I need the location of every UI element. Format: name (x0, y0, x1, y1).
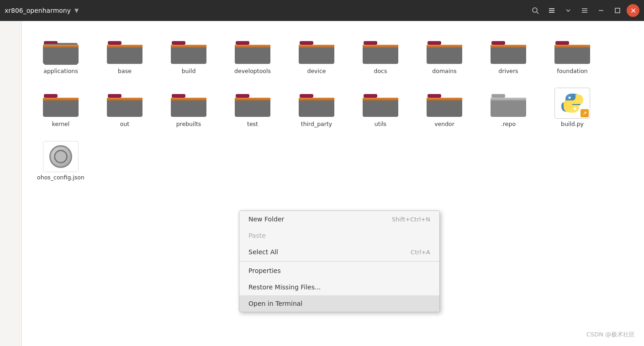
titlebar-dropdown-icon[interactable]: ▼ (74, 7, 79, 14)
folder-icon-third-party (298, 87, 335, 119)
svg-rect-2 (549, 8, 554, 9)
folder-item-drivers[interactable]: drivers (479, 30, 538, 79)
folder-item-third-party[interactable]: third_party (287, 83, 346, 131)
python-icon-wrap: ↗ (554, 88, 590, 119)
folder-label-base: base (118, 68, 132, 75)
maximize-icon (614, 7, 621, 14)
folder-svg-domains (427, 35, 462, 66)
svg-rect-47 (554, 45, 590, 46)
folder-item-utils[interactable]: utils (351, 83, 410, 131)
context-menu-label-select-all: Select All (248, 248, 278, 256)
folder-svg (43, 35, 79, 66)
menu-button[interactable] (577, 3, 592, 18)
folder-label-applications: applications (43, 68, 78, 75)
context-menu-label-restore: Restore Missing Files... (248, 283, 321, 291)
svg-rect-79 (491, 98, 526, 99)
titlebar-title: xr806_openharmony (5, 7, 71, 14)
svg-rect-59 (171, 98, 206, 99)
svg-rect-40 (491, 41, 505, 45)
folder-svg-test (235, 88, 270, 119)
folder-label-out: out (120, 121, 129, 128)
json-file-icon (43, 141, 79, 172)
folder-item-ohos-config[interactable]: ohos_config.json (31, 136, 90, 185)
search-button[interactable] (528, 3, 543, 18)
folder-svg-base (107, 35, 143, 66)
folder-icon-base (106, 34, 143, 66)
svg-rect-71 (363, 98, 398, 99)
close-button[interactable]: ✕ (627, 4, 639, 17)
svg-rect-23 (171, 45, 206, 46)
view-dropdown-button[interactable] (561, 3, 575, 18)
context-menu-item-new-folder[interactable]: New Folder Shift+Ctrl+N (239, 211, 439, 227)
folder-item-kernel[interactable]: kernel (31, 83, 90, 131)
svg-rect-53 (107, 98, 143, 117)
context-menu-item-open-terminal[interactable]: Open in Terminal (239, 295, 439, 312)
folder-svg-kernel (43, 88, 79, 119)
svg-rect-76 (491, 94, 505, 98)
folder-item-foundation[interactable]: foundation (543, 30, 602, 79)
svg-rect-44 (555, 41, 569, 45)
folder-label-drivers: drivers (498, 68, 518, 75)
folder-icon-device (298, 34, 335, 66)
folder-item-vendor[interactable]: vendor (415, 83, 474, 131)
folder-item-repo[interactable]: .repo (479, 83, 538, 131)
folder-item-developtools[interactable]: developtools (223, 30, 282, 79)
svg-rect-33 (363, 45, 398, 64)
folder-item-prebuilts[interactable]: prebuilts (159, 83, 218, 131)
folder-item-test[interactable]: test (223, 83, 282, 131)
folder-svg-foundation (554, 35, 590, 66)
folder-svg-device (299, 35, 334, 66)
folder-item-domains[interactable]: domains (415, 30, 474, 79)
folder-icon-utils (362, 87, 399, 119)
folder-item-docs[interactable]: docs (351, 30, 410, 79)
folder-item-build[interactable]: build (159, 30, 218, 79)
folder-item-build-py[interactable]: ↗ build.py (543, 83, 602, 131)
chevron-down-icon (565, 8, 571, 13)
svg-rect-27 (235, 45, 270, 46)
svg-rect-25 (235, 45, 270, 64)
folder-label-device: device (307, 68, 326, 75)
list-view-button[interactable] (544, 3, 559, 18)
svg-rect-68 (364, 94, 377, 98)
svg-rect-31 (299, 45, 334, 46)
context-menu-item-select-all[interactable]: Select All Ctrl+A (239, 244, 439, 260)
folder-icon-build (170, 34, 207, 66)
context-menu-item-properties[interactable]: Properties (239, 262, 439, 279)
svg-rect-75 (427, 98, 462, 99)
svg-point-81 (574, 108, 576, 110)
minimize-button[interactable] (594, 3, 608, 18)
json-circle (49, 145, 72, 168)
folder-icon-drivers (490, 34, 527, 66)
svg-rect-19 (107, 45, 143, 46)
context-menu-item-restore[interactable]: Restore Missing Files... (239, 279, 439, 295)
file-icon-build-py: ↗ (554, 87, 591, 119)
folder-svg-repo (491, 88, 526, 119)
folder-svg-developtools (235, 35, 270, 66)
list-view-icon (548, 7, 555, 14)
folder-icon-prebuilts (170, 87, 207, 119)
context-menu-separator-1 (239, 261, 439, 262)
folder-item-base[interactable]: base (95, 30, 154, 79)
folder-label-domains: domains (432, 68, 456, 75)
svg-rect-15 (43, 45, 79, 46)
folder-item-out[interactable]: out (95, 83, 154, 131)
folder-icon-repo (490, 87, 527, 119)
folder-item-applications[interactable]: applications (31, 30, 90, 79)
context-menu-shortcut-select-all: Ctrl+A (411, 249, 430, 256)
folder-icon-developtools (234, 34, 271, 66)
folder-svg-out (107, 88, 143, 119)
folder-grid: applications base (31, 30, 635, 185)
svg-point-0 (533, 8, 537, 12)
svg-rect-24 (236, 41, 249, 45)
sidebar (0, 21, 22, 346)
folder-label-third-party: third_party (301, 121, 332, 128)
context-menu-label-paste: Paste (248, 232, 266, 239)
svg-rect-28 (300, 41, 313, 45)
titlebar-left: xr806_openharmony ▼ (5, 7, 79, 14)
context-menu-label-new-folder: New Folder (248, 215, 284, 223)
folder-item-device[interactable]: device (287, 30, 346, 79)
folder-icon-foundation (554, 34, 591, 66)
folder-svg-vendor (427, 88, 462, 119)
folder-label-ohos-config: ohos_config.json (37, 174, 84, 181)
maximize-button[interactable] (610, 3, 625, 18)
